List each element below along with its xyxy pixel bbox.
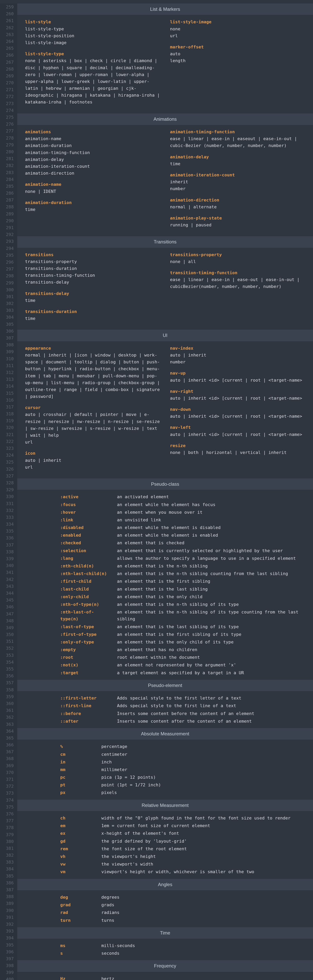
table-key: :focus xyxy=(60,501,111,508)
property-name: transitions-duration xyxy=(25,308,162,315)
property-name: nav-down xyxy=(170,406,307,413)
table-key: vw xyxy=(60,861,95,867)
table-key: :last-child xyxy=(60,585,111,592)
table-key: Hz xyxy=(60,975,95,980)
property-values: animation-nameanimation-durationanimatio… xyxy=(25,135,162,177)
table-desc: an unvisited link xyxy=(117,517,307,523)
table-desc: seconds xyxy=(101,950,307,957)
property-values: auto | inherit <id> [current | root | <t… xyxy=(170,377,307,383)
table-key: deg xyxy=(60,894,95,900)
property-values: time xyxy=(25,315,162,322)
property-values: inheritnumber xyxy=(170,178,307,192)
table-desc: an element that is checked xyxy=(117,539,307,546)
property-name: transition-timing-function xyxy=(170,269,307,276)
table-desc: an element that is the n-th sibling coun… xyxy=(117,570,307,577)
section-header: Transitions xyxy=(17,236,313,248)
property-values: ease | linear | ease-in | easeout | ease… xyxy=(170,135,307,149)
property-values: none | asterisks | box | check | circle … xyxy=(25,57,162,105)
property-values: running | paused xyxy=(170,221,307,228)
table-desc: an element that is the n-th sibling of i… xyxy=(117,609,307,622)
table-desc: hertz xyxy=(101,975,307,980)
property-name: nav-right xyxy=(170,388,307,395)
table-desc: percentage xyxy=(101,743,307,750)
table-key: :lang xyxy=(60,555,111,562)
property-values: normal | inherit | [icon | window | desk… xyxy=(25,352,162,400)
section-header: Animations xyxy=(17,113,313,125)
table-desc: pixels xyxy=(101,789,307,796)
property-values: none | all xyxy=(170,258,307,265)
table-key: ch xyxy=(60,815,95,821)
table-key: :disabled xyxy=(60,524,111,531)
table-desc: an element that is currently selected or… xyxy=(117,547,307,554)
table-desc: width of the "0" glyph found in the font… xyxy=(101,815,307,821)
property-name: nav-index xyxy=(170,345,307,352)
table-key: rad xyxy=(60,909,95,916)
table-key: vh xyxy=(60,853,95,860)
property-name: animation-timing-function xyxy=(170,128,307,135)
property-values: transitions-propertytransitions-duration… xyxy=(25,258,162,286)
table-key: :only-child xyxy=(60,593,111,600)
property-values: time xyxy=(25,297,162,304)
property-values: auto | inherit <id> [current | root | <t… xyxy=(170,413,307,420)
table-key: :root xyxy=(60,654,111,661)
property-values: auto | crosshair | default | pointer | m… xyxy=(25,411,162,445)
table-desc: an element that is the n-th sibling xyxy=(117,563,307,570)
table-desc: degrees xyxy=(101,894,307,900)
property-values: auto | inherit <id> [current | root | <t… xyxy=(170,395,307,402)
table-key: ex xyxy=(60,830,95,837)
property-values: none | both | horizontal | vertical | in… xyxy=(170,449,307,456)
table-key: :nth-of-type(n) xyxy=(60,601,111,608)
table-desc: an element when you mouse over it xyxy=(117,509,307,515)
table-desc: an element while the element has focus xyxy=(117,501,307,508)
table-desc: millimeter xyxy=(101,766,307,773)
table-key: :target xyxy=(60,669,111,676)
table-key: :only-of-type xyxy=(60,639,111,646)
table-desc: an element that is the last sibling of i… xyxy=(117,623,307,630)
property-values: auto | inheritnumber xyxy=(170,352,307,365)
property-name: transitions-delay xyxy=(25,290,162,297)
table-desc: centimeter xyxy=(101,751,307,758)
property-values: noneurl xyxy=(170,25,307,39)
table-key: ms xyxy=(60,942,95,949)
table-desc: Inserts some content before the content … xyxy=(117,710,307,717)
table-key: :enabled xyxy=(60,532,111,539)
property-name: animation-direction xyxy=(170,197,307,204)
table-desc: a target element as specified by a targe… xyxy=(117,669,307,676)
table-desc: an element that is the first sibling of … xyxy=(117,631,307,638)
table-key: :hover xyxy=(60,509,111,515)
property-name: transitions-property xyxy=(170,251,307,258)
section-header: Angles xyxy=(17,879,313,890)
table-desc: Adds special style to the first letter o… xyxy=(117,695,307,702)
table-key: :nth-child(n) xyxy=(60,563,111,570)
table-desc: 1em = current font size of current eleme… xyxy=(101,822,307,829)
section-header: Time xyxy=(17,927,313,939)
table-desc: x-height of the element's font xyxy=(101,830,307,837)
table-desc: an element that is the last sibling xyxy=(117,585,307,592)
table-key: :nth-last-child(n) xyxy=(60,570,111,577)
property-name: appearance xyxy=(25,345,162,352)
table-key: ::first-letter xyxy=(60,695,111,702)
table-desc: an element that is the only child of its… xyxy=(117,639,307,646)
table-key: :empty xyxy=(60,646,111,653)
property-values: auto | inheriturl xyxy=(25,457,162,471)
table-desc: an element that is the n-th sibling of i… xyxy=(117,601,307,608)
table-key: gd xyxy=(60,838,95,845)
table-key: cm xyxy=(60,751,95,758)
table-key: vm xyxy=(60,868,95,875)
property-name: nav-up xyxy=(170,370,307,377)
property-values: none | IDENT xyxy=(25,188,162,195)
table-desc: an element that is the first sibling xyxy=(117,578,307,585)
table-key: :not(x) xyxy=(60,662,111,668)
table-desc: an element that is the only child xyxy=(117,593,307,600)
property-values: list-style-typelist-style-positionlist-s… xyxy=(25,25,162,46)
table-desc: inch xyxy=(101,759,307,765)
table-desc: milli-seconds xyxy=(101,942,307,949)
table-desc: Adds special style to the first line of … xyxy=(117,702,307,709)
table-key: :active xyxy=(60,493,111,500)
property-name: nav-left xyxy=(170,424,307,431)
property-name: list-style xyxy=(25,18,162,25)
table-key: :nth-last-of-type(n) xyxy=(60,609,111,622)
property-name: animation-iteration-count xyxy=(170,172,307,178)
table-key: % xyxy=(60,743,95,750)
property-values: auto | inherit <id> [current | root | <t… xyxy=(170,431,307,438)
